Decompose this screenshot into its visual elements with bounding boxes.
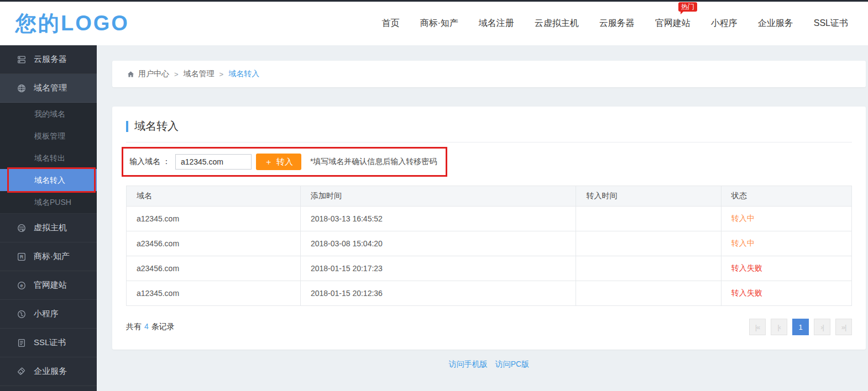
transfer-hint: *填写域名并确认信息后输入转移密码 (310, 157, 437, 167)
sidebar-item-label: 云服务器 (34, 54, 67, 65)
section-title: 域名转入 (126, 117, 852, 142)
main-panel: 域名转入 输入域名 ： ＋ 转入 *填写域名并确认信息后输入转移密码 域名添加时… (112, 107, 866, 350)
added-time-cell: 2018-01-15 20:12:36 (300, 281, 576, 306)
nav-item-mini-program[interactable]: 小程序 (711, 14, 738, 33)
trademark-icon: R (17, 252, 27, 262)
transfer-time-cell (576, 281, 721, 306)
website-icon: e (17, 281, 27, 290)
sidebar-item-cloud-server[interactable]: 云服务器 (0, 45, 97, 74)
sidebar-item-label: 虚拟主机 (34, 223, 67, 233)
column-header: 域名 (127, 186, 301, 207)
nav-item-cloud-virtual-host[interactable]: 云虚拟主机 (535, 14, 579, 33)
domain-table: 域名添加时间转入时间状态 a12345.com2018-03-13 16:45:… (126, 186, 852, 306)
nav-item-label: 首页 (381, 18, 399, 28)
table-row: a23456.com2018-03-08 15:04:20转入中 (127, 231, 852, 256)
transfer-time-cell (576, 231, 721, 256)
transfer-time-cell (576, 256, 721, 281)
nav-item-trademark-ip[interactable]: 商标·知产 (420, 14, 458, 33)
sidebar-item-website-builder[interactable]: e官网建站 (0, 271, 97, 300)
column-header: 转入时间 (576, 186, 721, 207)
plus-icon: ＋ (264, 157, 273, 167)
sidebar-subitem-domain-transfer-out[interactable]: 域名转出 (0, 147, 97, 169)
added-time-cell: 2018-03-08 15:04:20 (300, 231, 576, 256)
pagination-next-page[interactable]: ›| (814, 319, 830, 335)
sidebar: 云服务器域名管理我的域名模板管理域名转出域名转入域名PUSH虚拟主机R商标·知产… (0, 45, 97, 391)
sidebar-submenu: 我的域名模板管理域名转出域名转入域名PUSH (0, 103, 97, 214)
sidebar-item-mini-program[interactable]: 小程序 (0, 300, 97, 329)
pagination-last-page[interactable]: »| (835, 319, 852, 335)
nav-item-cloud-server[interactable]: 云服务器 (599, 14, 635, 33)
sidebar-subitem-my-domains[interactable]: 我的域名 (0, 103, 97, 125)
sidebar-item-label: 企业服务 (34, 366, 67, 377)
table-footer-row: 共有4条记录 |«|‹1›|»| (126, 319, 852, 335)
footer-link-pc-version[interactable]: 访问PC版 (495, 360, 529, 368)
nav-item-label: 小程序 (711, 18, 738, 28)
nav-item-label: 商标·知产 (420, 18, 458, 28)
records-summary: 共有4条记录 (126, 322, 175, 332)
sidebar-item-enterprise-service[interactable]: 企业服务 (0, 357, 97, 386)
breadcrumb-separator: > (219, 70, 224, 78)
status-cell: 转入中 (721, 231, 851, 256)
title-accent-bar (126, 121, 128, 132)
table-row: a12345.com2018-03-13 16:45:52转入中 (127, 207, 852, 231)
pagination-prev-page[interactable]: |‹ (771, 319, 787, 335)
transfer-in-button[interactable]: ＋ 转入 (256, 154, 301, 170)
breadcrumb-domain-transfer-in[interactable]: 域名转入 (228, 69, 259, 79)
sidebar-item-label: 小程序 (34, 309, 59, 319)
nav-item-enterprise-service[interactable]: 企业服务 (758, 14, 793, 33)
sidebar-item-ssl-cert[interactable]: SSL证书 (0, 329, 97, 357)
sidebar-subitem-domain-push[interactable]: 域名PUSH (0, 191, 97, 213)
server-icon (17, 55, 27, 65)
domain-cell: a23456.com (127, 231, 301, 256)
status-cell: 转入失败 (721, 256, 851, 281)
ssl-icon (17, 338, 27, 348)
transfer-time-cell (576, 207, 721, 231)
nav-item-label: 域名注册 (479, 18, 514, 28)
domain-cell: a23456.com (127, 256, 301, 281)
enterprise-icon (17, 367, 27, 377)
sidebar-subitem-domain-transfer-in[interactable]: 域名转入 (0, 169, 97, 191)
sidebar-item-virtual-host[interactable]: 虚拟主机 (0, 214, 97, 242)
header: 您的LOGO 首页商标·知产域名注册云虚拟主机云服务器官网建站热门小程序企业服务… (0, 2, 868, 45)
domain-cell: a12345.com (127, 281, 301, 306)
footer: 访问手机版访问PC版 (112, 360, 866, 369)
breadcrumb-domain-management[interactable]: 域名管理 (184, 69, 215, 79)
svg-text:R: R (20, 254, 23, 260)
nav-item-label: SSL证书 (814, 18, 848, 28)
breadcrumb: 用户中心>域名管理>域名转入 (112, 61, 866, 87)
nav-item-label: 云服务器 (599, 18, 635, 28)
home-icon (127, 70, 135, 78)
breadcrumb-label: 用户中心 (138, 69, 169, 79)
footer-link-mobile-version[interactable]: 访问手机版 (449, 360, 488, 368)
records-count: 4 (144, 322, 149, 331)
table-row: a23456.com2018-01-15 20:17:23转入失败 (127, 256, 852, 281)
pagination-page-1[interactable]: 1 (792, 319, 809, 335)
globe-icon (17, 83, 27, 93)
page-title: 域名转入 (134, 119, 179, 134)
transfer-in-button-label: 转入 (276, 157, 293, 167)
summary-suffix: 条记录 (151, 322, 175, 331)
column-header: 状态 (721, 186, 851, 207)
top-nav: 首页商标·知产域名注册云虚拟主机云服务器官网建站热门小程序企业服务SSL证书 (381, 14, 853, 33)
nav-item-home[interactable]: 首页 (381, 14, 399, 33)
breadcrumb-user-center[interactable]: 用户中心 (127, 69, 169, 79)
sidebar-item-domain-management[interactable]: 域名管理 (0, 74, 97, 103)
table-row: a12345.com2018-01-15 20:12:36转入失败 (127, 281, 852, 306)
nav-item-domain-register[interactable]: 域名注册 (479, 14, 514, 33)
breadcrumb-separator: > (174, 70, 179, 78)
logo[interactable]: 您的LOGO (15, 9, 129, 38)
nav-item-label: 企业服务 (758, 18, 793, 28)
domain-input[interactable] (175, 154, 252, 170)
pagination-first-page[interactable]: |« (749, 319, 766, 335)
added-time-cell: 2018-01-15 20:17:23 (300, 256, 576, 281)
nav-item-ssl-cert[interactable]: SSL证书 (814, 14, 848, 33)
summary-prefix: 共有 (126, 322, 142, 331)
column-header: 添加时间 (300, 186, 576, 207)
hot-badge: 热门 (678, 2, 697, 12)
sidebar-item-trademark-ip[interactable]: R商标·知产 (0, 242, 97, 271)
sidebar-item-label: 域名管理 (34, 83, 67, 93)
nav-item-website-builder[interactable]: 官网建站热门 (655, 14, 691, 33)
sidebar-item-label: 商标·知产 (34, 251, 70, 262)
domain-table-header: 域名添加时间转入时间状态 (127, 186, 852, 207)
sidebar-subitem-template-management[interactable]: 模板管理 (0, 125, 97, 147)
